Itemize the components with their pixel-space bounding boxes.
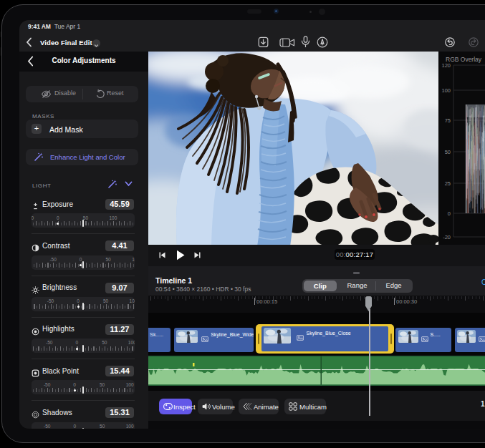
svg-text:50: 50 [445, 149, 451, 155]
svg-text:100: 100 [441, 87, 451, 94]
svg-text:-20: -20 [443, 234, 451, 240]
svg-text:120: 120 [441, 62, 451, 69]
svg-text:25: 25 [445, 180, 451, 187]
svg-text:75: 75 [445, 117, 451, 124]
svg-text:0: 0 [448, 210, 451, 217]
